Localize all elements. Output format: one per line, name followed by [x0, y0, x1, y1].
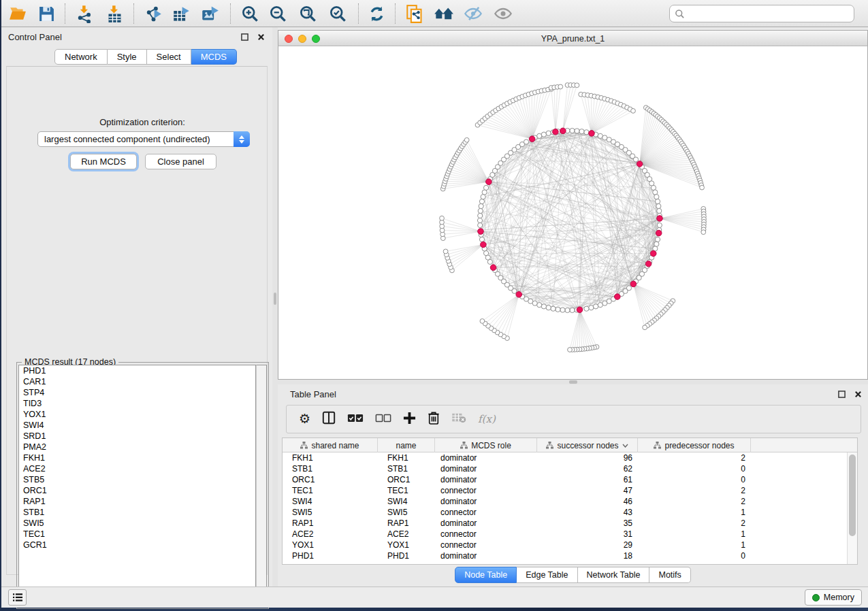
ring-node[interactable] [570, 308, 575, 312]
mcds-hub-node[interactable] [630, 281, 637, 287]
ring-node[interactable] [556, 307, 560, 312]
function-builder-button[interactable]: f(x) [478, 413, 496, 425]
mcds-hub-node[interactable] [529, 136, 535, 142]
mcds-result-item[interactable]: PMA2 [19, 442, 255, 452]
ring-node[interactable] [655, 199, 660, 203]
mcds-hub-node[interactable] [657, 216, 663, 222]
export-table-button[interactable] [169, 3, 193, 24]
ring-node[interactable] [633, 157, 638, 162]
tab-select[interactable]: Select [147, 49, 191, 65]
network-window-titlebar[interactable]: YPA_prune.txt_1 [278, 30, 868, 46]
mcds-result-item[interactable]: PHD1 [19, 365, 255, 376]
close-control-panel-button[interactable] [256, 32, 266, 42]
ring-node[interactable] [546, 306, 551, 310]
table-row[interactable]: RAP1RAP1dominator352 [283, 518, 848, 529]
leaf-node[interactable] [480, 319, 485, 324]
ring-node[interactable] [537, 133, 542, 138]
close-panel-button[interactable]: Close panel [145, 154, 216, 169]
deselect-all-button[interactable] [375, 413, 391, 426]
mcds-hub-node[interactable] [645, 261, 652, 267]
mcds-hub-node[interactable] [650, 250, 656, 257]
show-columns-button[interactable] [322, 411, 336, 427]
column-header-shared-name[interactable]: shared name [283, 438, 378, 452]
run-mcds-button[interactable]: Run MCDS [70, 154, 137, 169]
tab-style[interactable]: Style [108, 49, 147, 65]
table-row[interactable]: ORC1ORC1dominator610 [283, 474, 848, 485]
mcds-result-item[interactable]: SWI4 [19, 420, 255, 431]
ring-node[interactable] [589, 306, 594, 310]
zoom-fit-button[interactable] [295, 3, 320, 24]
mcds-hub-node[interactable] [589, 131, 595, 137]
leaf-node[interactable] [643, 325, 647, 330]
refresh-button[interactable] [364, 3, 389, 24]
mcds-hub-node[interactable] [486, 179, 492, 185]
ring-node[interactable] [541, 304, 546, 309]
mcds-hub-node[interactable] [637, 161, 643, 167]
ring-node[interactable] [481, 195, 485, 199]
ring-node[interactable] [654, 195, 659, 199]
export-network-button[interactable] [141, 3, 165, 24]
zoom-out-button[interactable] [266, 3, 290, 24]
show-all-button[interactable] [491, 3, 515, 24]
leaf-node[interactable] [701, 230, 706, 235]
ring-node[interactable] [478, 213, 483, 218]
column-header-successor-nodes[interactable]: successor nodes [537, 438, 638, 452]
vertical-splitter[interactable] [272, 27, 278, 587]
task-history-button[interactable] [8, 589, 27, 606]
ring-node[interactable] [479, 199, 484, 203]
mcds-result-item[interactable]: ORC1 [19, 485, 255, 496]
mcds-hub-node[interactable] [614, 294, 620, 300]
ring-node[interactable] [478, 208, 483, 213]
tab-network[interactable]: Network [54, 49, 108, 65]
import-table-button[interactable] [102, 3, 127, 24]
mcds-hub-node[interactable] [577, 307, 583, 313]
mcds-result-list[interactable]: PHD1CAR1STP4TID3YOX1SWI4SRD1PMA2FKH1ACE2… [18, 365, 256, 606]
ring-node[interactable] [657, 208, 662, 213]
leaf-node[interactable] [575, 83, 579, 88]
hide-selected-button[interactable] [461, 3, 485, 24]
ring-node[interactable] [524, 139, 528, 144]
ring-node[interactable] [594, 304, 598, 309]
mcds-result-item[interactable]: TID3 [19, 398, 255, 409]
mcds-hub-node[interactable] [516, 291, 522, 297]
network-graph[interactable] [278, 46, 867, 378]
ring-node[interactable] [584, 306, 589, 311]
search-input[interactable] [688, 9, 854, 18]
ring-node[interactable] [575, 129, 579, 133]
table-row[interactable]: PHD1PHD1dominator180 [283, 550, 848, 561]
ring-node[interactable] [479, 237, 484, 242]
result-list-scrollbar[interactable] [256, 365, 267, 606]
home-layout-button[interactable] [431, 3, 455, 24]
ring-node[interactable] [483, 185, 488, 190]
tab-motifs[interactable]: Motifs [649, 567, 690, 583]
table-scrollbar[interactable] [847, 452, 857, 564]
column-header-MCDS-role[interactable]: MCDS role [435, 438, 537, 452]
table-row[interactable]: ACE2ACE2connector311 [283, 529, 848, 540]
table-row[interactable]: TEC1TEC1connector472 [283, 485, 848, 496]
tab-node-table[interactable]: Node Table [455, 567, 517, 583]
table-row[interactable]: SWI4SWI4dominator462 [283, 496, 848, 507]
mcds-result-item[interactable]: GCR1 [19, 540, 255, 550]
splitter-handle[interactable] [274, 293, 276, 305]
select-all-button[interactable] [347, 413, 364, 426]
search-field[interactable] [669, 5, 854, 22]
mcds-result-item[interactable]: FKH1 [19, 452, 255, 463]
ring-node[interactable] [551, 306, 556, 311]
mcds-hub-node[interactable] [481, 242, 487, 248]
mcds-hub-node[interactable] [490, 265, 496, 271]
delete-column-button[interactable] [428, 411, 440, 427]
leaf-node[interactable] [568, 348, 573, 352]
mcds-hub-node[interactable] [560, 128, 566, 134]
ring-node[interactable] [656, 203, 661, 208]
ring-node[interactable] [565, 308, 570, 312]
mcds-result-item[interactable]: SRD1 [19, 431, 255, 442]
mcds-result-item[interactable]: ACE2 [19, 463, 255, 474]
float-panel-button[interactable] [240, 32, 249, 42]
ring-node[interactable] [584, 130, 589, 135]
table-row[interactable]: FKH1FKH1dominator962 [283, 452, 848, 463]
mcds-result-item[interactable]: STB5 [19, 474, 255, 485]
ring-node[interactable] [570, 128, 575, 133]
mcds-result-item[interactable]: STB1 [19, 507, 255, 518]
ring-node[interactable] [654, 242, 659, 246]
ring-node[interactable] [560, 308, 565, 312]
